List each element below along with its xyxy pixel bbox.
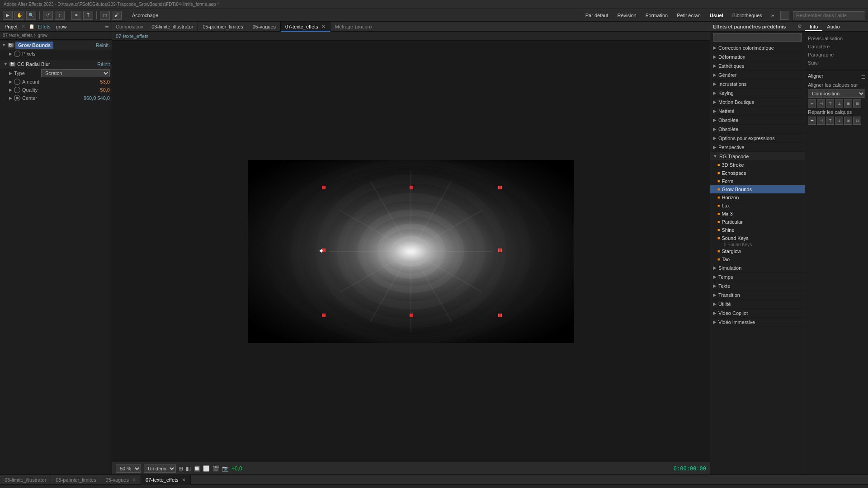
tl-tab-07[interactable]: 07-texte_effets ✕ <box>141 475 191 485</box>
align-right-btn[interactable]: ⊤ <box>826 99 834 108</box>
info-tab-audio[interactable]: Audio <box>822 22 844 31</box>
item-shine[interactable]: ■ Shine <box>710 226 805 234</box>
tl-play[interactable]: ▶ <box>126 487 134 488</box>
view-revision[interactable]: Révision <box>615 12 639 19</box>
tl-tab-07-close[interactable]: ✕ <box>182 477 186 483</box>
toolbar-btn-new[interactable]: ▶ <box>3 11 13 20</box>
toolbar-btn-pen[interactable]: ✒ <box>71 11 81 20</box>
tl-loop[interactable]: ↺ <box>146 487 154 488</box>
tl-step-back[interactable]: ◀ <box>116 487 124 488</box>
type-select[interactable]: Scratch <box>41 69 110 77</box>
handle-tc[interactable] <box>410 186 413 189</box>
cat-correction[interactable]: ▶ Correction colorimétrique <box>710 43 805 52</box>
handle-mr[interactable] <box>498 249 502 252</box>
tl-search-btn[interactable]: 🔍 <box>37 487 45 488</box>
item-tao[interactable]: ■ Tao <box>710 255 805 263</box>
distrib-bottom-btn[interactable]: ⊟ <box>853 117 861 125</box>
timecode-display[interactable]: 0:00:00:00 <box>674 465 706 472</box>
view-default[interactable]: Par défaut <box>583 12 611 19</box>
center-crosshair[interactable]: ✦ <box>318 247 324 255</box>
grow-tab[interactable]: grow <box>54 24 69 29</box>
info-section-preview[interactable]: Prévisualisation <box>808 34 865 42</box>
center-row[interactable]: ▶ Center 960,0 540,0 <box>0 94 112 102</box>
view-formation[interactable]: Formation <box>643 12 671 19</box>
comp-tab-03[interactable]: 03-limite_illustrator <box>147 22 198 32</box>
cat-perspective[interactable]: ▶ Perspective <box>710 143 805 152</box>
item-lux[interactable]: ■ Lux <box>710 202 805 210</box>
workspace-btn[interactable] <box>780 11 789 20</box>
toolbar-btn-paint[interactable]: 🖌 <box>112 11 122 20</box>
cat-nettete[interactable]: ▶ Netteté <box>710 107 805 116</box>
quality-value[interactable]: 50,0 <box>100 87 110 93</box>
tl-tab-03[interactable]: 03-limite_illustrator <box>0 475 51 485</box>
quality-select[interactable]: Un demi <box>144 465 176 473</box>
cat-utilite[interactable]: ▶ Utilité <box>710 300 805 309</box>
tl-tab-05palmier[interactable]: 05-palmier_limites <box>51 475 101 485</box>
view-bibliotheques[interactable]: Bibliothèques <box>730 12 765 19</box>
toolbar-btn-text[interactable]: T <box>83 11 93 20</box>
item-mir3[interactable]: ■ Mir 3 <box>710 210 805 218</box>
comp-tab-07-close[interactable]: ✕ <box>321 24 326 29</box>
tl-tab-05vagues-close[interactable]: ✕ <box>132 477 136 483</box>
presets-search-input[interactable] <box>713 33 802 42</box>
align-h-center-btn[interactable]: ⊣ <box>817 99 825 108</box>
distrib-top-btn[interactable]: ⊥ <box>835 117 843 125</box>
cat-texte[interactable]: ▶ Texte <box>710 282 805 291</box>
handle-tl[interactable] <box>322 186 326 189</box>
channels-icon[interactable]: ◧ <box>186 465 191 472</box>
item-grow-bounds[interactable]: ■ Grow Bounds <box>710 185 805 193</box>
cat-generer[interactable]: ▶ Générer <box>710 70 805 80</box>
cat-simulation[interactable]: ▶ Simulation <box>710 263 805 272</box>
zoom-select[interactable]: 50 % <box>116 465 141 473</box>
tl-audio[interactable]: 🔊 <box>156 487 164 488</box>
color-icon[interactable]: 🔲 <box>193 465 200 472</box>
align-left-btn[interactable]: ⊢ <box>808 99 816 108</box>
render-icon[interactable]: 🎬 <box>212 465 219 472</box>
distrib-left-btn[interactable]: ⊢ <box>808 117 816 125</box>
item-starglow[interactable]: ■ Starglow <box>710 247 805 255</box>
toolbar-search-input[interactable] <box>793 11 865 19</box>
cc-radial-header[interactable]: ▼ fx CC Radial Blur Réinit <box>0 60 112 69</box>
cat-video-copilot[interactable]: ▶ Video Copilot <box>710 309 805 318</box>
quality-row[interactable]: ▶ Quality 50,0 <box>0 86 112 94</box>
breadcrumb[interactable]: 07-texte_effets <box>116 33 149 39</box>
amount-row[interactable]: ▶ Amount 53,0 <box>0 78 112 86</box>
distrib-h-btn[interactable]: ⊣ <box>817 117 825 125</box>
info-section-paragraph[interactable]: Paragraphe <box>808 51 865 59</box>
cat-video-immersive[interactable]: ▶ Vidéo immersive <box>710 318 805 327</box>
view-petit[interactable]: Petit écran <box>674 12 703 19</box>
mask-icon[interactable]: ⬜ <box>203 465 210 472</box>
project-tab[interactable]: Projet <box>3 24 19 29</box>
comp-tab-05vagues[interactable]: 05-vagues <box>248 22 281 32</box>
handle-bl[interactable] <box>322 314 326 317</box>
effects-tab[interactable]: Effets <box>36 24 52 29</box>
info-section-suivi[interactable]: Suivi <box>808 59 865 67</box>
align-v-center-btn[interactable]: ⊞ <box>844 99 852 108</box>
item-particular[interactable]: ■ Particular <box>710 218 805 226</box>
toolbar-btn-rotate[interactable]: ↺ <box>43 11 53 20</box>
view-more[interactable]: » <box>769 12 777 19</box>
viewer-canvas[interactable]: ✦ <box>248 160 574 343</box>
distrib-v-btn[interactable]: ⊞ <box>844 117 852 125</box>
cat-temps[interactable]: ▶ Temps <box>710 272 805 282</box>
amount-value[interactable]: 53,0 <box>100 79 110 84</box>
toolbar-btn-hand[interactable]: ✋ <box>14 11 24 20</box>
align-top-btn[interactable]: ⊥ <box>835 99 843 108</box>
tl-go-start[interactable]: |◀ <box>106 487 114 488</box>
handle-bc[interactable] <box>410 314 413 317</box>
item-form[interactable]: ■ Form <box>710 177 805 185</box>
tl-step-fwd[interactable]: ▶| <box>136 487 144 488</box>
cat-deformation[interactable]: ▶ Déformation <box>710 52 805 61</box>
cat-rg-trapcode[interactable]: ▼ RG Trapcode <box>710 152 805 161</box>
composition-viewer[interactable]: ✦ <box>112 41 710 462</box>
handle-tr[interactable] <box>498 186 502 189</box>
cat-transition[interactable]: ▶ Transition <box>710 291 805 300</box>
cc-radial-reinit[interactable]: Réinit <box>97 61 110 67</box>
grid-icon[interactable]: ⊞ <box>179 465 183 472</box>
cat-incrustations[interactable]: ▶ Incrustations <box>710 80 805 89</box>
align-bottom-btn[interactable]: ⊟ <box>853 99 861 108</box>
info-section-character[interactable]: Caractère <box>808 42 865 51</box>
distrib-right-btn[interactable]: ⊤ <box>826 117 834 125</box>
comp-tab-07[interactable]: 07-texte_effets ✕ <box>281 22 330 32</box>
presets-settings-icon[interactable]: ⚙ <box>797 23 802 29</box>
